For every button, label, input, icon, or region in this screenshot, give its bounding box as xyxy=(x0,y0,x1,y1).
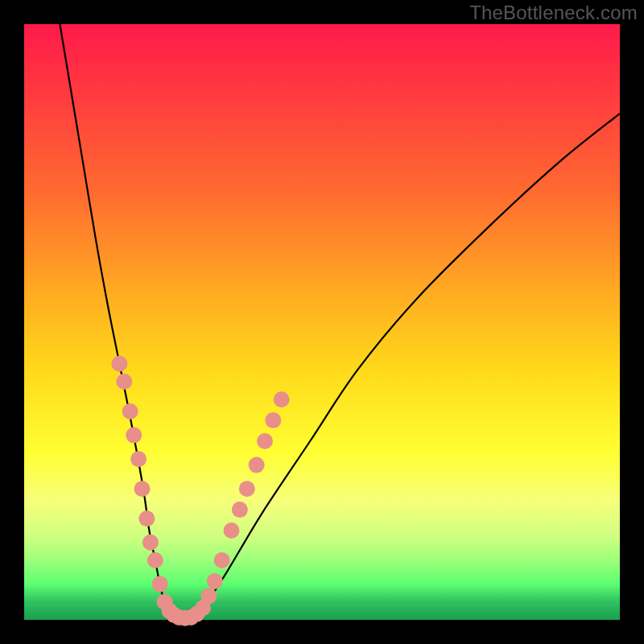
marker-dot xyxy=(239,481,255,497)
marker-dot xyxy=(274,391,290,407)
marker-dot xyxy=(249,457,265,473)
marker-dot xyxy=(224,522,240,539)
marker-dot xyxy=(138,510,155,526)
marker-dot xyxy=(142,535,159,551)
marker-dot xyxy=(147,552,163,568)
marker-dot xyxy=(257,433,273,449)
marker-dot xyxy=(152,576,168,592)
bottleneck-curve xyxy=(60,24,620,621)
plot-area xyxy=(24,24,620,620)
marker-dot xyxy=(122,403,138,419)
watermark-text: TheBottleneck.com xyxy=(469,2,638,24)
marker-dot xyxy=(200,588,217,604)
marker-dot xyxy=(232,502,248,518)
marker-dot xyxy=(111,356,127,372)
marker-dot xyxy=(126,427,142,444)
marker-dots xyxy=(111,356,289,626)
curve-svg xyxy=(24,24,620,620)
marker-dot xyxy=(116,374,132,390)
marker-dot xyxy=(214,552,230,568)
marker-dot xyxy=(130,451,147,467)
chart-frame: TheBottleneck.com xyxy=(0,0,644,644)
marker-dot xyxy=(265,412,281,428)
marker-dot xyxy=(207,573,223,589)
marker-dot xyxy=(134,481,151,497)
